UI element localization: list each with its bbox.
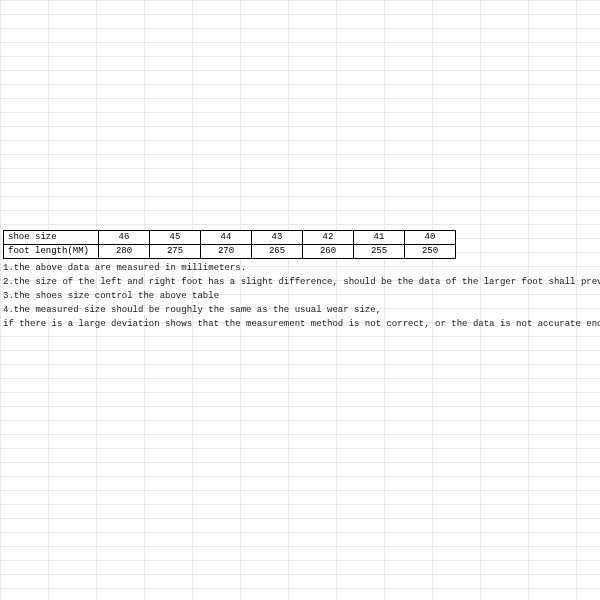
cell: 45 — [150, 231, 201, 245]
cell: 260 — [303, 245, 354, 259]
note-line: 1.the above data are measured in millime… — [3, 261, 600, 275]
table-row: foot length(MM) 280 275 270 265 260 255 … — [4, 245, 456, 259]
cell: 41 — [354, 231, 405, 245]
note-line: 4.the measured size should be roughly th… — [3, 303, 600, 317]
cell: 46 — [99, 231, 150, 245]
row-label-shoe-size: shoe size — [4, 231, 99, 245]
cell: 275 — [150, 245, 201, 259]
cell: 44 — [201, 231, 252, 245]
note-line: if there is a large deviation shows that… — [3, 317, 600, 331]
cell: 270 — [201, 245, 252, 259]
cell: 255 — [354, 245, 405, 259]
row-label-foot-length: foot length(MM) — [4, 245, 99, 259]
cell: 43 — [252, 231, 303, 245]
cell: 250 — [405, 245, 456, 259]
table-row: shoe size 46 45 44 43 42 41 40 — [4, 231, 456, 245]
cell: 280 — [99, 245, 150, 259]
cell: 42 — [303, 231, 354, 245]
cell: 40 — [405, 231, 456, 245]
content-area: shoe size 46 45 44 43 42 41 40 foot leng… — [3, 230, 600, 331]
notes-block: 1.the above data are measured in millime… — [3, 261, 600, 331]
note-line: 2.the size of the left and right foot ha… — [3, 275, 600, 289]
cell: 265 — [252, 245, 303, 259]
size-table: shoe size 46 45 44 43 42 41 40 foot leng… — [3, 230, 456, 259]
note-line: 3.the shoes size control the above table — [3, 289, 600, 303]
